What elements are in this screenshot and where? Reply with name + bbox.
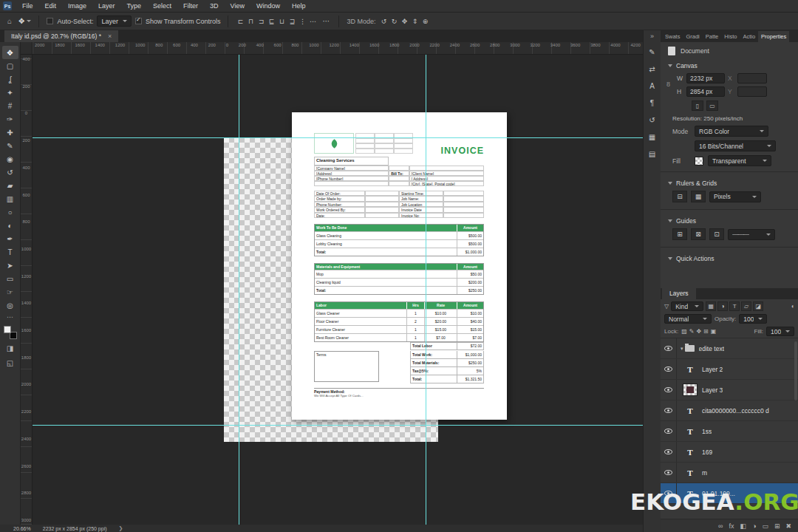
dodge-tool-icon[interactable]: ◐ xyxy=(2,219,18,232)
vertical-ruler[interactable]: 4002000200400600800100012001400160018002… xyxy=(21,55,33,525)
align-top-icon[interactable]: ⊑ xyxy=(267,18,276,25)
horizontal-ruler[interactable]: 2000180016001400120010008006004002000200… xyxy=(33,42,643,55)
eyedropper-tool-icon[interactable]: ✑ xyxy=(2,112,18,126)
width-field[interactable]: 2232 px xyxy=(686,73,725,83)
scale-3d-icon[interactable]: ⊕ xyxy=(421,18,430,25)
new-adjustment-layer-icon[interactable]: ◑ xyxy=(752,522,756,530)
filtering-toggle-icon[interactable]: ◖ xyxy=(791,303,794,310)
portrait-orientation-icon[interactable]: ▯ xyxy=(692,100,703,111)
auto-select-target-select[interactable]: Layer xyxy=(97,16,132,27)
rectangle-tool-icon[interactable]: ▭ xyxy=(2,272,18,285)
filter-smart-objects-icon[interactable]: ◪ xyxy=(753,301,763,311)
vertical-guide[interactable] xyxy=(426,55,426,525)
bit-depth-select[interactable]: 16 Bits/Channel xyxy=(695,140,776,151)
close-tab-icon[interactable]: × xyxy=(108,33,112,40)
align-middle-icon[interactable]: ⊔ xyxy=(277,18,286,25)
menu-item[interactable]: File xyxy=(16,0,39,12)
delete-layer-icon[interactable]: ✖ xyxy=(785,522,791,530)
align-center-horizontal-icon[interactable]: ⊓ xyxy=(246,18,255,25)
zoom-tool-icon[interactable]: ◎ xyxy=(2,299,18,312)
visibility-toggle[interactable] xyxy=(661,442,677,462)
layer-styles-icon[interactable]: fx xyxy=(729,522,734,530)
toggle-guides-icon[interactable]: ⊞ xyxy=(672,228,687,240)
canvas-section-header[interactable]: Canvas xyxy=(661,58,798,72)
landscape-orientation-icon[interactable]: ▭ xyxy=(706,100,718,111)
blend-mode-select[interactable]: Normal xyxy=(664,314,712,324)
menu-item[interactable]: Image xyxy=(62,0,92,12)
menu-item[interactable]: 3D xyxy=(204,0,225,12)
type-tool-icon[interactable]: T xyxy=(2,245,18,259)
layer-row[interactable]: T 1ss xyxy=(661,421,798,442)
history-brush-tool-icon[interactable]: ↺ xyxy=(2,166,18,179)
move-tool-icon[interactable]: ✥ xyxy=(2,46,18,59)
roll-3d-icon[interactable]: ↻ xyxy=(390,18,399,25)
menu-item[interactable]: Layer xyxy=(92,0,121,12)
show-transform-checkbox[interactable] xyxy=(135,18,142,24)
lock-position-icon[interactable]: ✥ xyxy=(696,328,701,335)
layers-scrollbar[interactable] xyxy=(794,341,797,400)
visibility-toggle[interactable] xyxy=(661,359,677,379)
panel-tab[interactable]: Gradi xyxy=(683,31,702,42)
new-group-icon[interactable]: ▭ xyxy=(762,522,768,530)
panel-tab[interactable]: Swats xyxy=(662,31,683,42)
menu-item[interactable]: Select xyxy=(147,0,177,12)
menu-item[interactable]: View xyxy=(225,0,250,12)
link-dimensions-icon[interactable]: 8 xyxy=(666,81,670,88)
layer-row[interactable]: T Layer 2 xyxy=(661,359,798,380)
slide-3d-icon[interactable]: ⇕ xyxy=(411,18,420,25)
menu-item[interactable]: Edit xyxy=(39,0,63,12)
toggle-grid-icon[interactable]: ▦ xyxy=(691,191,706,202)
vertical-guide[interactable] xyxy=(239,55,239,525)
layer-row[interactable]: T 169 xyxy=(661,442,798,463)
height-field[interactable]: 2854 px xyxy=(686,86,725,97)
lock-all-icon[interactable]: ▣ xyxy=(711,328,717,335)
menu-item[interactable]: Filter xyxy=(177,0,204,12)
visibility-toggle[interactable] xyxy=(661,400,677,420)
path-selection-tool-icon[interactable]: ➤ xyxy=(2,259,18,272)
screen-mode-icon[interactable]: ◱ xyxy=(7,357,13,369)
healing-brush-tool-icon[interactable]: ✚ xyxy=(2,126,18,139)
edit-toolbar-icon[interactable]: ⋯ xyxy=(7,313,13,321)
distribute-vertical-icon[interactable]: ⋮ xyxy=(298,18,307,25)
align-left-icon[interactable]: ⊏ xyxy=(236,18,245,25)
menu-item[interactable]: Window xyxy=(250,0,286,12)
blur-tool-icon[interactable]: ○ xyxy=(2,205,18,219)
visibility-toggle[interactable] xyxy=(661,463,677,482)
foreground-color-swatch[interactable] xyxy=(4,326,11,333)
guides-section-header[interactable]: Guides xyxy=(661,214,798,227)
marquee-tool-icon[interactable]: ▢ xyxy=(2,59,18,72)
tab-layers[interactable]: Layers xyxy=(662,288,696,299)
hand-tool-icon[interactable]: ☞ xyxy=(2,285,18,299)
lasso-tool-icon[interactable]: ʆ xyxy=(2,72,18,86)
layer-row[interactable]: Layer 3 xyxy=(661,380,798,400)
more-options-icon[interactable]: ⋯ xyxy=(321,17,331,25)
crop-tool-icon[interactable]: # xyxy=(2,99,18,112)
opacity-field[interactable]: 100% xyxy=(739,314,767,324)
clone-stamp-tool-icon[interactable]: ◉ xyxy=(2,152,18,166)
paragraph-panel-icon[interactable]: ¶ xyxy=(646,98,659,108)
quick-actions-section-header[interactable]: Quick Actions xyxy=(661,251,798,265)
clear-guides-icon[interactable]: ⊡ xyxy=(709,228,724,240)
panel-tab[interactable]: Histo xyxy=(721,31,740,42)
zoom-level-field[interactable]: 20.66% xyxy=(13,526,31,531)
brushes-panel-icon[interactable]: ✎ xyxy=(646,47,659,57)
invoice-document[interactable]: INVOICE Cleaning Services [Company Name]… xyxy=(292,112,507,420)
home-icon[interactable]: ⌂ xyxy=(4,17,15,25)
color-mode-select[interactable]: RGB Color xyxy=(695,126,768,137)
libraries-panel-icon[interactable]: ▤ xyxy=(646,149,659,159)
link-layers-icon[interactable]: ∞ xyxy=(718,522,723,530)
rulers-grids-section-header[interactable]: Rulers & Grids xyxy=(661,176,798,189)
lock-transparency-icon[interactable]: ▨ xyxy=(681,328,687,335)
guide-style-select[interactable]: ——— xyxy=(728,229,775,240)
distribute-horizontal-icon[interactable]: ⋯ xyxy=(308,18,317,25)
tool-preset-caret-icon[interactable] xyxy=(27,20,31,22)
object-selection-tool-icon[interactable]: ✦ xyxy=(2,86,18,99)
history-panel-icon[interactable]: ↺ xyxy=(646,115,659,125)
lock-artboard-icon[interactable]: ⊞ xyxy=(703,328,709,335)
expand-caret-icon[interactable]: ▾ xyxy=(681,346,683,352)
kind-filter-select[interactable]: Kind xyxy=(671,301,703,311)
auto-select-checkbox[interactable] xyxy=(47,18,53,24)
units-select[interactable]: Pixels xyxy=(709,191,761,202)
panel-tab[interactable]: Actio xyxy=(740,31,758,42)
filter-adjustment-layers-icon[interactable]: ◑ xyxy=(717,301,728,311)
